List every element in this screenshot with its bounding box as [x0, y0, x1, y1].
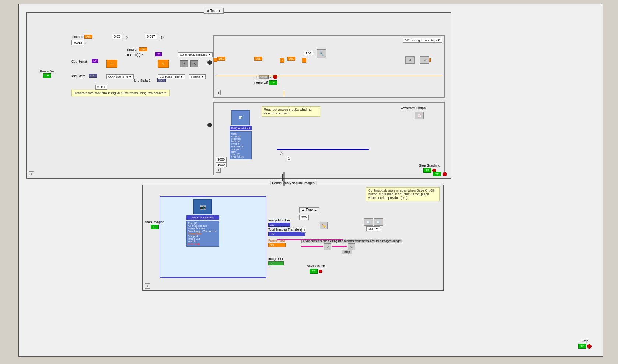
counters2-label: Counter(s) 2 [125, 53, 143, 57]
vision-icon: 📷 [193, 199, 212, 214]
bmp-dropdown[interactable]: BMP▼ [366, 226, 380, 231]
value-500[interactable]: 500 [299, 215, 309, 220]
waveform-graph-icon: 📈 [415, 112, 424, 119]
ok-message-dropdown[interactable]: OK message + warnings▼ [403, 38, 442, 43]
i170-2: I70 [155, 52, 162, 56]
force-on-section: Force On TF [40, 69, 54, 78]
terminal-2: ? [280, 58, 284, 63]
vision-acq-frame: 📷 Vision Acquisition Stop (F) All Image … [160, 196, 266, 278]
wire-node-2 [207, 123, 212, 127]
idle-state-label: Idle State [71, 74, 85, 78]
time-on-label: Time on [71, 35, 83, 39]
stop-label: Stop [582, 339, 589, 343]
inner-top-frame: 100 🔧 OK message + warnings▼ ? ⚠ ⚠ DBL D… [213, 35, 445, 98]
value-100[interactable]: 100 [304, 51, 313, 56]
write-icon: ✏️ [320, 222, 328, 229]
node-box-1: ⬡ [106, 60, 117, 68]
value-1000[interactable]: 1000 [216, 162, 227, 167]
error-icon-1: ⚠ [405, 56, 415, 64]
pink-wire-section: ⬡ ⬡ [301, 243, 355, 250]
co-pulse-time-1[interactable]: CO Pulse Time▼ [106, 74, 134, 79]
node-box-2: ⬡ [158, 60, 169, 68]
continuous-samples[interactable]: Continuous Samples▼ [178, 52, 213, 57]
path-label: C:\Documents and Settings\Administrator\… [301, 239, 402, 243]
save-on-off-label: Save On/Off [307, 264, 325, 268]
zero-indicator: 0 [301, 228, 306, 233]
connector-1: 🔌 [180, 60, 188, 67]
frame-i-bottom: i [145, 283, 150, 289]
time-on-section: Time on DBL 0.013 ▷ [71, 35, 92, 47]
status-indicator: → status V [254, 75, 277, 79]
stop-graphing-label: Stop Graphing [419, 164, 440, 167]
value-0017-bottom[interactable]: 0.017 [95, 85, 107, 90]
dbl-indicator: DBL [84, 35, 92, 39]
wire-node-1 [207, 60, 212, 65]
true-dropdown[interactable]: ◄ True ► [204, 8, 224, 14]
dbl-wire-3: DBL [287, 57, 295, 61]
vision-acq-label: Vision Acquisition [186, 215, 219, 220]
daq-label: DAQ Assistant [230, 126, 252, 130]
bmp-section: 📄 📄 BMP▼ [364, 218, 383, 231]
image-number-output: Image Number U32 [268, 218, 290, 227]
daq-icon-box: 📊 [231, 110, 250, 125]
icon-tool: 🔧 [317, 49, 326, 58]
save-comment: Continuously save images when Save On/Of… [366, 187, 440, 201]
terminal-3 [302, 58, 306, 63]
waveform-graph-label: Waveform Graph [401, 106, 426, 110]
stop-section: Stop TF [578, 339, 592, 349]
bottom-outer-frame: Continuously acquire images Continuously… [142, 185, 444, 291]
co-pulse-time-2[interactable]: CO Pulse Time▼ [158, 74, 185, 79]
value-0017-top[interactable]: 0.017 [145, 34, 157, 39]
i321-1: I321 [89, 74, 97, 78]
stop-imaging-label: Stop Imaging [145, 220, 164, 224]
error-icon-2: ⚠ [420, 56, 429, 64]
frame-i-indicator: i [216, 90, 221, 95]
generate-comment: Generate two continuous digital pulse tr… [71, 90, 170, 96]
terminal-1 [214, 58, 217, 62]
daq-comment: Read out analog input1, which is wired t… [262, 106, 320, 117]
vision-ports: Stop (F) All Image Buffers Image Number … [186, 221, 219, 247]
buffer-icon: ▷ [280, 150, 283, 156]
force-off-section: Force Off TF [254, 80, 277, 85]
one-indicator: 1 [287, 156, 291, 161]
dbl-wire-1: DBL [217, 57, 225, 61]
stop-imaging-section: Stop Imaging TF [145, 220, 164, 229]
time-on-2: Time on DBL [127, 47, 147, 51]
implicit-dropdown[interactable]: Implicit▼ [189, 74, 206, 79]
bottom-true-dropdown[interactable]: ◄True► [299, 207, 319, 213]
value-3000[interactable]: 3000 [216, 157, 227, 162]
value-0013: 0.013 [71, 40, 84, 45]
connector-2: 🔌 [190, 60, 198, 67]
force-on-label: Force On [40, 69, 54, 73]
main-canvas: ◄ True ► Force On TF Time on DBL 0.013 ▷… [18, 4, 603, 357]
counters-label: Counter(s) [71, 60, 87, 63]
image-out-output: Image Out I D [268, 257, 284, 265]
inner-middle-frame: Read out analog input1, which is wired t… [213, 102, 445, 175]
continuously-acquire-label: Continuously acquire images [270, 181, 316, 185]
bmp-ext-label: .bmp [342, 250, 352, 254]
frame-rate-output: Frame Rate DBL [268, 239, 286, 247]
frame-i-main: i [29, 171, 34, 176]
total-images-output: Total Images Transferred U32 [268, 228, 305, 236]
bottom-tf-red: TF [433, 172, 447, 176]
force-on-button[interactable]: TF [43, 73, 51, 78]
dbl-wire-2: DBL [254, 57, 262, 61]
daq-ports: data error out stopped task out error in… [230, 131, 252, 159]
top-outer-frame: ◄ True ► Force On TF Time on DBL 0.013 ▷… [26, 12, 451, 179]
frame-i-2: i [216, 168, 221, 173]
value-003[interactable]: 0.03 [112, 34, 122, 39]
force-off-label: Force Off [254, 81, 268, 85]
idle-state2-label: Idle State 2 [134, 79, 151, 82]
save-on-off-section: Save On/Off TF [307, 264, 325, 274]
i170-1: I70 [92, 59, 98, 63]
